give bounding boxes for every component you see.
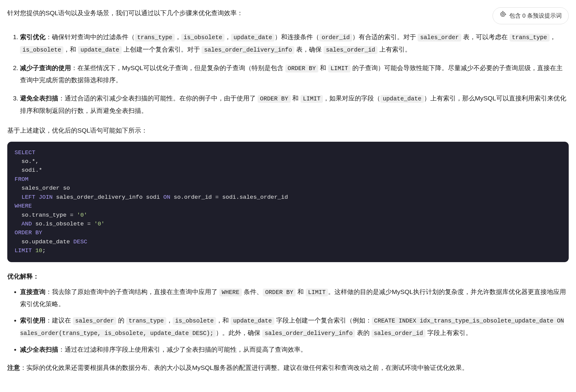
list-item: 索引使用：建议在 sales_order 的 trans_type，is_obs…: [20, 314, 569, 339]
svg-point-1: [502, 13, 504, 15]
sql-code-block[interactable]: SELECT so.*, sodi.* FROM sales_order so …: [7, 142, 569, 262]
explanation-list: 直接查询：我去除了原始查询中的子查询结构，直接在主查询中应用了 WHERE 条件…: [7, 286, 569, 356]
preset-prompts-pill[interactable]: 包含 0 条预设提示词: [493, 7, 569, 24]
svg-point-0: [501, 12, 505, 17]
optimization-explain-title: 优化解释：: [7, 271, 569, 282]
pill-label: 包含 0 条预设提示词: [509, 11, 562, 21]
target-icon: [500, 11, 506, 21]
list-item: 直接查询：我去除了原始查询中的子查询结构，直接在主查询中应用了 WHERE 条件…: [20, 286, 569, 310]
optimization-steps-list: 索引优化：确保针对查询中的过滤条件（trans_type，is_obsolete…: [7, 31, 569, 117]
based-on-text: 基于上述建议，优化后的SQL语句可能如下所示：: [7, 125, 569, 136]
note-paragraph: 注意：实际的优化效果还需要根据具体的数据分布、表的大小以及MySQL服务器的配置…: [7, 362, 569, 373]
intro-text: 针对您提供的SQL语句以及业务场景，我们可以通过以下几个步骤来优化查询效率：: [7, 7, 485, 19]
list-item: 减少全表扫描：通过在过滤和排序字段上使用索引，减少了全表扫描的可能性，从而提高了…: [20, 343, 569, 356]
list-item: 索引优化：确保针对查询中的过滤条件（trans_type，is_obsolete…: [20, 31, 569, 56]
list-item: 避免全表扫描：通过合适的索引减少全表扫描的可能性。在你的例子中，由于使用了 OR…: [20, 92, 569, 117]
list-item: 减少子查询的使用：在某些情况下，MySQL可以优化子查询，但是复杂的子查询（特别…: [20, 62, 569, 86]
